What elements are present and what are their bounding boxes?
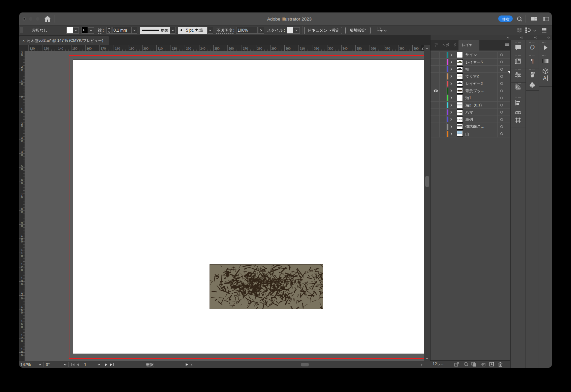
svg-text:0: 0 (21, 297, 23, 300)
svg-text:200: 200 (144, 47, 149, 50)
svg-text:0: 0 (21, 283, 23, 286)
svg-text:250: 250 (215, 47, 220, 50)
svg-text:0: 0 (21, 339, 23, 343)
svg-text:290: 290 (271, 47, 276, 50)
svg-text:0: 0 (21, 139, 23, 142)
svg-text:180: 180 (115, 47, 120, 50)
svg-text:0: 0 (21, 95, 23, 98)
svg-text:0: 0 (21, 196, 23, 199)
svg-text:230: 230 (186, 47, 191, 50)
svg-text:350: 350 (357, 47, 362, 50)
svg-text:0: 0 (21, 210, 23, 214)
svg-text:320: 320 (314, 47, 319, 50)
svg-text:340: 340 (342, 47, 347, 50)
svg-text:0: 0 (21, 125, 23, 128)
svg-text:270: 270 (243, 47, 248, 50)
svg-text:190: 190 (129, 47, 134, 50)
svg-text:¶: ¶ (531, 58, 534, 64)
svg-text:220: 220 (172, 47, 177, 50)
svg-text:0: 0 (21, 82, 23, 86)
svg-text:390: 390 (413, 47, 418, 50)
svg-text:0: 0 (21, 68, 23, 71)
svg-text:130: 130 (44, 47, 49, 50)
svg-text:240: 240 (200, 47, 205, 50)
svg-text:330: 330 (328, 47, 333, 50)
svg-text:170: 170 (101, 47, 106, 50)
svg-text:0: 0 (21, 224, 23, 228)
svg-text:360: 360 (371, 47, 376, 50)
svg-text:300: 300 (286, 47, 291, 50)
svg-text:260: 260 (229, 47, 234, 50)
svg-text:310: 310 (300, 47, 305, 50)
svg-text:0: 0 (21, 167, 23, 171)
svg-text:150: 150 (72, 47, 77, 50)
svg-text:0: 0 (21, 268, 23, 272)
svg-text:210: 210 (158, 47, 163, 50)
svg-text:120: 120 (30, 47, 35, 50)
svg-text:0: 0 (21, 254, 23, 258)
svg-text:A: A (543, 75, 546, 81)
svg-text:0: 0 (21, 182, 23, 185)
svg-text:0: 0 (21, 110, 23, 114)
svg-text:380: 380 (399, 47, 404, 50)
svg-text:0: 0 (21, 153, 23, 157)
svg-text:0: 0 (21, 325, 23, 329)
svg-text:0: 0 (21, 54, 23, 57)
svg-text:O: O (530, 44, 535, 51)
svg-text:0: 0 (21, 311, 23, 314)
svg-text:140: 140 (58, 47, 63, 50)
svg-text:0: 0 (21, 354, 23, 357)
svg-text:280: 280 (257, 47, 262, 50)
svg-text:0: 0 (21, 240, 23, 243)
svg-text:160: 160 (87, 47, 92, 50)
svg-text:370: 370 (385, 47, 390, 50)
